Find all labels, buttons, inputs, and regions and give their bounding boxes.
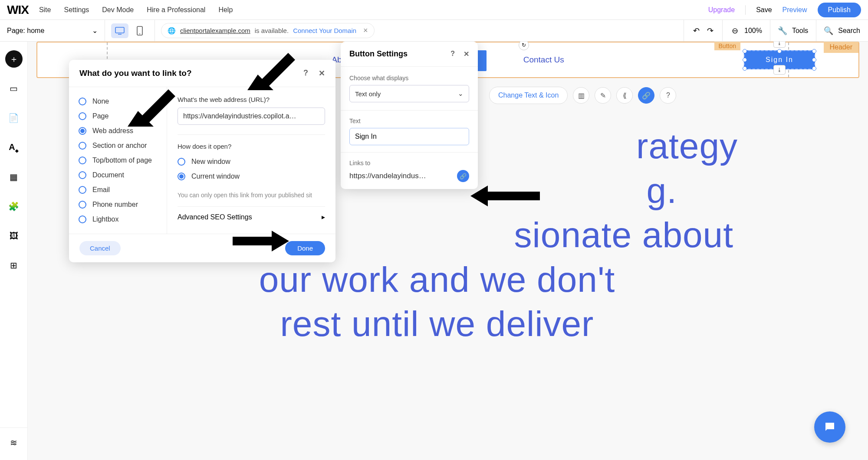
choose-displays-label: Choose what displays — [349, 75, 469, 82]
undo-icon[interactable]: ↶ — [692, 26, 700, 35]
links-to-value: https://vandelayindus… — [349, 172, 452, 180]
header-tag: Header — [824, 42, 858, 53]
url-input[interactable] — [178, 108, 325, 125]
link-type-list: None Page Web address Section or anchor … — [69, 87, 167, 234]
panel-header: What do you want to link to? ? ✕ — [69, 60, 335, 87]
url-label: What's the web address (URL)? — [178, 96, 325, 103]
done-button[interactable]: Done — [285, 241, 325, 255]
menubar-right: Upgrade Save Preview Publish — [708, 3, 861, 17]
domain-available: is available. — [255, 27, 289, 34]
layout-icon[interactable]: ▥ — [573, 87, 589, 104]
save-link[interactable]: Save — [756, 6, 772, 14]
menubar: WIX Site Settings Dev Mode Hire a Profes… — [0, 0, 868, 20]
link-details: What's the web address (URL)? How does i… — [167, 87, 335, 234]
media-icon[interactable]: 🖼 — [5, 227, 23, 245]
change-text-icon-button[interactable]: Change Text & Icon — [489, 87, 568, 104]
advanced-seo-toggle[interactable]: Advanced SEO Settings▸ — [178, 206, 325, 221]
data-icon[interactable]: ⊞ — [5, 257, 23, 274]
select-value: Text only — [355, 90, 381, 98]
panel-title: What do you want to link to? — [79, 69, 192, 78]
apps-icon[interactable]: ▦ — [5, 168, 23, 186]
help-icon[interactable]: ? — [660, 87, 676, 104]
layers-icon[interactable]: ≋ — [5, 434, 23, 451]
domain-name[interactable]: clientportalexample.com — [180, 27, 250, 34]
element-actions: Change Text & Icon ▥ ✎ ⟪ 🔗 ? — [489, 87, 676, 104]
button-settings-panel: Button Settings ? ✕ Choose what displays… — [341, 42, 478, 189]
link-option-page[interactable]: Page — [69, 109, 167, 124]
page-selector[interactable]: Page: home ⌄ — [0, 20, 105, 42]
redo-icon[interactable]: ↷ — [706, 26, 714, 35]
search-group[interactable]: 🔍 Search — [816, 20, 868, 42]
add-button[interactable]: ＋ — [5, 50, 23, 68]
link-option-document[interactable]: Document — [69, 168, 167, 183]
link-option-none[interactable]: None — [69, 94, 167, 109]
link-option-section[interactable]: Section or anchor — [69, 138, 167, 153]
close-icon[interactable]: ✕ — [319, 69, 325, 78]
toolbar: Page: home ⌄ 🌐 clientportalexample.com i… — [0, 20, 868, 42]
close-icon[interactable]: ✕ — [464, 50, 469, 58]
tools-label: Tools — [792, 27, 808, 35]
link-option-web-address[interactable]: Web address — [69, 124, 167, 138]
desktop-view-button[interactable] — [111, 23, 128, 38]
tools-group[interactable]: 🔧 Tools — [770, 20, 816, 42]
open-current-window[interactable]: Current window — [178, 169, 325, 184]
button-text-input[interactable] — [349, 128, 469, 145]
wix-logo: WIX — [7, 3, 29, 17]
panel-title: Button Settings — [349, 49, 408, 59]
chevron-down-icon: ⌄ — [92, 26, 98, 35]
link-to-panel: What do you want to link to? ? ✕ None Pa… — [69, 60, 335, 262]
pages-icon[interactable]: 📄 — [5, 109, 23, 127]
design-brush-icon[interactable]: ✎ — [595, 87, 611, 104]
menu-settings[interactable]: Settings — [64, 6, 89, 14]
menu-hire[interactable]: Hire a Professional — [147, 6, 205, 14]
close-icon[interactable]: × — [363, 26, 368, 35]
domain-pill: 🌐 clientportalexample.com is available. … — [161, 23, 375, 38]
chat-fab[interactable] — [814, 411, 845, 443]
open-new-window[interactable]: New window — [178, 154, 325, 169]
addons-icon[interactable]: 🧩 — [5, 198, 23, 215]
nav-contact[interactable]: Contact Us — [523, 55, 564, 65]
links-to-label: Links to — [349, 160, 469, 166]
search-icon: 🔍 — [824, 26, 833, 35]
menu-site[interactable]: Site — [39, 6, 51, 14]
animation-icon[interactable]: ⟪ — [616, 87, 633, 104]
device-toggle — [105, 20, 155, 42]
canvas: ↻ About Us Se Contact Us Header Button S… — [28, 42, 868, 460]
text-label: Text — [349, 117, 469, 124]
menu-items: Site Settings Dev Mode Hire a Profession… — [39, 6, 233, 14]
domain-bar: 🌐 clientportalexample.com is available. … — [155, 23, 684, 38]
chevron-right-icon: ▸ — [322, 213, 325, 221]
chevron-down-icon: ⌄ — [458, 90, 464, 98]
drag-handle-icon[interactable]: ⭳ — [773, 65, 786, 75]
menu-dev[interactable]: Dev Mode — [102, 6, 134, 14]
svg-rect-0 — [115, 27, 124, 33]
link-icon[interactable]: 🔗 — [457, 170, 469, 182]
sections-icon[interactable]: ▭ — [5, 80, 23, 97]
link-option-email[interactable]: Email — [69, 183, 167, 197]
help-icon[interactable]: ? — [450, 50, 455, 58]
globe-icon: 🌐 — [168, 27, 176, 35]
link-option-top-bottom[interactable]: Top/bottom of page — [69, 153, 167, 168]
link-option-lightbox[interactable]: Lightbox — [69, 212, 167, 227]
publish-button[interactable]: Publish — [818, 3, 861, 17]
cancel-button[interactable]: Cancel — [79, 241, 121, 255]
upgrade-link[interactable]: Upgrade — [708, 6, 735, 14]
refresh-icon[interactable]: ↻ — [519, 42, 529, 50]
zoom-group[interactable]: ⊖ 100% — [722, 20, 770, 42]
open-label: How does it open? — [178, 143, 325, 150]
mobile-view-button[interactable] — [131, 23, 148, 38]
svg-point-3 — [139, 33, 140, 34]
wrench-icon: 🔧 — [778, 26, 787, 35]
drag-handle-icon[interactable]: ⭳ — [773, 42, 786, 48]
connect-domain-link[interactable]: Connect Your Domain — [293, 27, 356, 34]
help-icon[interactable]: ? — [303, 69, 308, 78]
design-icon[interactable]: A◆ — [5, 139, 23, 156]
search-label: Search — [838, 27, 860, 35]
choose-displays-select[interactable]: Text only ⌄ — [349, 85, 469, 102]
link-icon[interactable]: 🔗 — [638, 87, 654, 104]
divider — [745, 5, 746, 15]
preview-link[interactable]: Preview — [783, 6, 807, 14]
menu-help[interactable]: Help — [218, 6, 233, 14]
link-option-phone[interactable]: Phone number — [69, 197, 167, 212]
button-tag: Button — [714, 42, 740, 50]
